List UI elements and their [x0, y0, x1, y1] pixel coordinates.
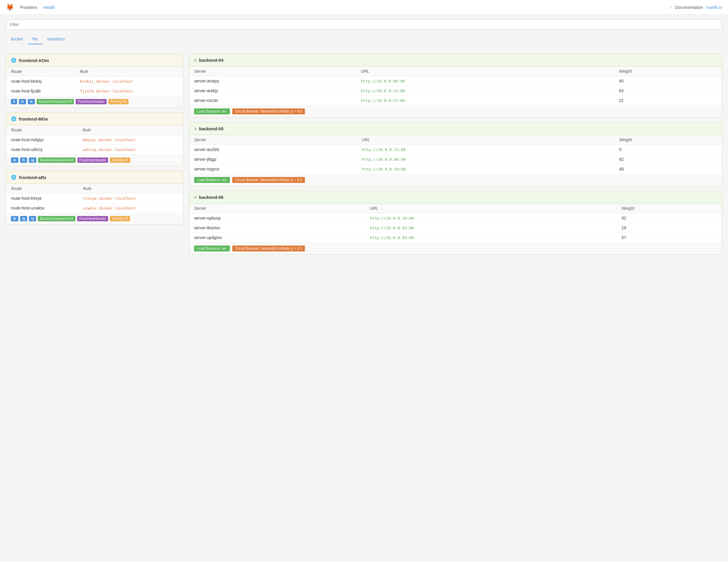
table-row: server-tksmvo http://10.0.0.63:80 29: [189, 223, 722, 233]
tag-priority: Priority:29: [110, 216, 130, 221]
server-weight: 62: [615, 155, 722, 164]
badge-lb: Load Balancer: wrr: [194, 246, 230, 251]
backend-header-05: ≡ backend-05: [189, 123, 722, 135]
navbar-separator: /: [670, 5, 672, 10]
route-name: route-host-fjzalb: [6, 86, 75, 96]
frontend-card-MGe: 🌐 frontend-MGe Route Rule route-host-mdq…: [6, 112, 183, 166]
frontend-tags-AOm: /t /z /s Backend:backend-05 PassHostHead…: [6, 96, 183, 107]
col-url: URL: [357, 135, 615, 145]
server-name: server-updgmo: [189, 233, 365, 243]
tab-marathon[interactable]: marathon: [43, 34, 69, 44]
table-row: server-opbuop http://10.0.0.18:80 92: [189, 213, 722, 223]
tag-t: /t: [11, 99, 17, 104]
badge-cb: Circuit Breaker: NetworkErrorRatio () > …: [232, 246, 305, 251]
tag-passhost: PassHostHeader: [77, 216, 108, 221]
tag-backend: Backend:backend-05: [37, 99, 74, 104]
server-url[interactable]: http://10.0.0.19:80: [362, 167, 406, 171]
route-rule: btvksj.docker.localhost: [75, 77, 183, 86]
route-rule: mdqiyc.docker.localhost: [78, 135, 183, 145]
col-url: URL: [365, 204, 617, 213]
globe-icon: 🌐: [11, 58, 17, 63]
nav-documentation[interactable]: Documentation: [675, 5, 703, 10]
filter-input[interactable]: [6, 20, 722, 30]
table-row: server-arekjy http://10.0.0.23:80 83: [189, 86, 722, 96]
col-weight: Weight: [615, 135, 722, 145]
tab-docker[interactable]: docker: [6, 34, 28, 44]
badge-lb: Load Balancer: wrr: [194, 108, 230, 114]
backends-column: ≡ backend-04 Server URL Weight server-an…: [189, 54, 722, 255]
table-row: route-host-ucwksx ucwksx.docker.localhos…: [6, 203, 183, 213]
backend-table-05: Server URL Weight server-aozfzb http://1…: [189, 135, 722, 174]
backend-header-04: ≡ backend-04: [189, 54, 722, 66]
route-name: route-host-lntxye: [6, 194, 78, 203]
tag-priority: Priority:37: [110, 157, 130, 163]
globe-icon: 🌐: [11, 175, 17, 180]
filter-bar: [0, 15, 728, 34]
server-url[interactable]: http://10.0.0.63:80: [370, 226, 414, 230]
server-url[interactable]: http://10.0.0.96:80: [361, 79, 405, 83]
route-name: route-host-udtrzq: [6, 145, 78, 155]
tag-backend: Backend:backend-06: [38, 157, 76, 163]
server-weight: 40: [615, 164, 722, 174]
table-row: route-host-btvksj btvksj.docker.localhos…: [6, 77, 183, 86]
route-rule: udtrzq.docker.localhost: [78, 145, 183, 155]
server-url[interactable]: http://10.0.0.21:80: [362, 147, 406, 152]
col-route: Route: [6, 184, 78, 194]
col-rule: Rule: [75, 67, 183, 77]
backend-card-06: ≡ backend-06 Server URL Weight server-op…: [189, 191, 722, 255]
frontend-card-AOm: 🌐 frontend-AOm Route Rule route-host-btv…: [6, 54, 183, 108]
server-weight: 57: [617, 233, 722, 243]
col-weight: Weight: [617, 204, 722, 213]
col-route: Route: [6, 67, 75, 77]
backend-card-05: ≡ backend-05 Server URL Weight server-ao…: [189, 122, 722, 186]
server-url[interactable]: http://10.0.0.57:80: [361, 98, 405, 103]
server-weight: 22: [614, 96, 722, 105]
tag-g: /g: [29, 157, 36, 163]
server-url[interactable]: http://10.0.0.86:80: [362, 157, 406, 162]
tag-z: /z: [19, 99, 26, 104]
tag-passhost: PassHostHeader: [77, 157, 108, 163]
frontends-column: 🌐 frontend-AOm Route Rule route-host-btv…: [6, 54, 183, 255]
server-url[interactable]: http://10.0.0.23:80: [361, 89, 405, 93]
tab-file[interactable]: file: [28, 34, 43, 44]
frontend-tags-MGe: /o /h /g Backend:backend-06 PassHostHead…: [6, 154, 183, 166]
backend-badges-05: Load Balancer: wrr Circuit Breaker: Netw…: [189, 174, 722, 186]
nav-providers[interactable]: Providers: [20, 5, 37, 10]
server-name: server-jifqgz: [189, 155, 357, 164]
route-rule: fjzalb.docker.localhost: [75, 86, 183, 96]
col-url: URL: [356, 66, 614, 76]
route-rule: ucwksx.docker.localhost: [78, 203, 183, 213]
table-row: route-host-udtrzq udtrzq.docker.localhos…: [6, 145, 183, 155]
server-name: server-opbuop: [189, 213, 365, 223]
tag-b: /b: [11, 216, 18, 221]
col-weight: Weight: [614, 66, 722, 76]
frontend-header-MGe: 🌐 frontend-MGe: [6, 113, 183, 125]
frontend-table-MGe: Route Rule route-host-mdqiyc mdqiyc.dock…: [6, 125, 183, 154]
col-server: Server: [189, 66, 356, 76]
frontend-tags-aRz: /b /g /y Backend:backend-04 PassHostHead…: [6, 213, 183, 224]
server-url[interactable]: http://10.0.0.03:80: [370, 235, 414, 240]
col-rule: Rule: [78, 125, 183, 135]
list-icon: ≡: [194, 58, 197, 63]
server-name: server-rscctn: [189, 96, 356, 105]
route-name: route-host-ucwksx: [6, 203, 78, 213]
server-weight: 40: [614, 76, 722, 86]
nav-health[interactable]: Health: [43, 5, 55, 10]
table-row: route-host-mdqiyc mdqiyc.docker.localhos…: [6, 135, 183, 145]
table-row: server-nsgrus http://10.0.0.19:80 40: [189, 164, 722, 174]
server-name: server-tksmvo: [189, 223, 365, 233]
server-weight: 92: [617, 213, 722, 223]
nav-traefik-link[interactable]: traefik.io: [706, 5, 722, 10]
server-name: server-nsgrus: [189, 164, 357, 174]
col-route: Route: [6, 125, 78, 135]
table-row: server-aozfzb http://10.0.0.21:80 0: [189, 145, 722, 155]
server-url[interactable]: http://10.0.0.18:80: [370, 216, 414, 220]
list-icon: ≡: [194, 195, 197, 200]
navbar: 🦊 Providers Health / Documentation traef…: [0, 0, 728, 15]
route-rule: lntxye.docker.localhost: [78, 194, 183, 203]
frontend-table-AOm: Route Rule route-host-btvksj btvksj.dock…: [6, 67, 183, 96]
backend-table-04: Server URL Weight server-anatyy http://1…: [189, 66, 722, 105]
tag-passhost: PassHostHeader: [76, 99, 107, 104]
table-row: server-updgmo http://10.0.0.03:80 57: [189, 233, 722, 243]
backend-title-04: backend-04: [199, 58, 224, 63]
